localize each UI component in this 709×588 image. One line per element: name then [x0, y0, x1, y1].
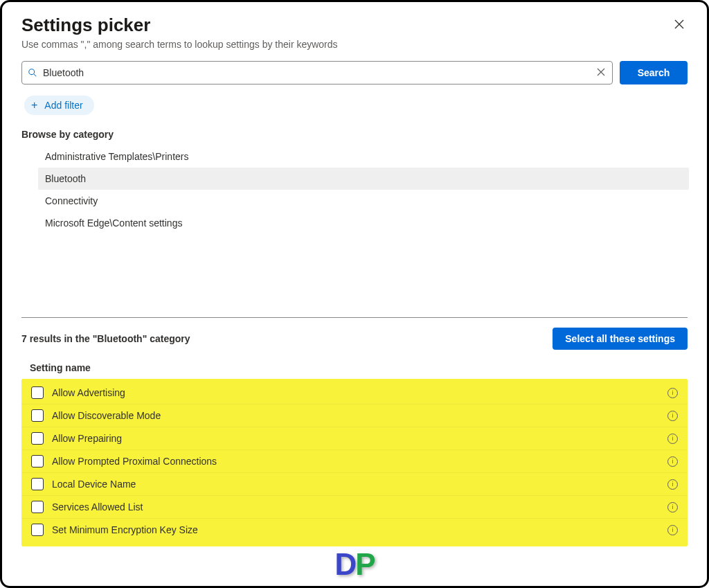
- search-button[interactable]: Search: [620, 61, 688, 84]
- setting-row[interactable]: Allow Prepairingi: [21, 427, 688, 449]
- setting-label: Allow Advertising: [52, 387, 667, 398]
- svg-line-1: [34, 74, 37, 77]
- setting-row[interactable]: Set Minimum Encryption Key Sizei: [21, 518, 688, 541]
- setting-row[interactable]: Allow Advertisingi: [21, 382, 688, 404]
- page-subtitle: Use commas "," among search terms to loo…: [21, 39, 338, 50]
- setting-checkbox[interactable]: [31, 524, 44, 536]
- setting-label: Local Device Name: [52, 479, 667, 490]
- info-icon[interactable]: i: [667, 456, 678, 467]
- info-icon[interactable]: i: [667, 479, 678, 490]
- clear-search-button[interactable]: [595, 67, 607, 78]
- info-icon[interactable]: i: [667, 502, 678, 513]
- setting-label: Allow Prepairing: [52, 433, 667, 444]
- search-box[interactable]: [21, 61, 613, 84]
- setting-checkbox[interactable]: [31, 432, 44, 445]
- select-all-button[interactable]: Select all these settings: [553, 328, 688, 350]
- category-item[interactable]: Administrative Templates\Printers: [38, 145, 689, 168]
- category-item[interactable]: Bluetooth: [38, 168, 689, 190]
- search-input[interactable]: [37, 67, 595, 78]
- close-button[interactable]: [674, 15, 688, 33]
- page-title: Settings picker: [21, 15, 338, 36]
- add-filter-label: Add filter: [44, 100, 82, 111]
- setting-checkbox[interactable]: [31, 386, 44, 399]
- results-summary: 7 results in the "Bluetooth" category: [21, 333, 190, 344]
- setting-label: Set Minimum Encryption Key Size: [52, 524, 667, 535]
- setting-checkbox[interactable]: [31, 455, 44, 467]
- category-item[interactable]: Connectivity: [38, 190, 689, 212]
- setting-label: Services Allowed List: [52, 501, 667, 513]
- column-header-setting-name: Setting name: [21, 359, 688, 379]
- category-list: Administrative Templates\PrintersBluetoo…: [38, 145, 689, 234]
- info-icon[interactable]: i: [667, 388, 678, 398]
- setting-checkbox[interactable]: [31, 478, 44, 490]
- info-icon[interactable]: i: [667, 525, 678, 535]
- setting-label: Allow Prompted Proximal Connections: [52, 456, 667, 467]
- add-filter-button[interactable]: + Add filter: [24, 96, 94, 115]
- info-icon[interactable]: i: [667, 411, 678, 421]
- settings-list: Allow AdvertisingiAllow Discoverable Mod…: [21, 379, 688, 546]
- setting-row[interactable]: Allow Discoverable Modei: [21, 404, 688, 427]
- setting-row[interactable]: Services Allowed Listi: [21, 495, 688, 518]
- category-item[interactable]: Microsoft Edge\Content settings: [38, 212, 689, 234]
- watermark: DP: [334, 547, 374, 582]
- svg-point-0: [29, 69, 35, 75]
- plus-icon: +: [31, 100, 37, 111]
- browse-by-category-label: Browse by category: [21, 129, 688, 140]
- setting-row[interactable]: Local Device Namei: [21, 472, 688, 495]
- info-icon[interactable]: i: [667, 434, 678, 444]
- setting-row[interactable]: Allow Prompted Proximal Connectionsi: [21, 449, 688, 472]
- section-divider: [21, 317, 688, 318]
- setting-label: Allow Discoverable Mode: [52, 410, 667, 421]
- search-icon: [28, 68, 37, 78]
- setting-checkbox[interactable]: [31, 501, 44, 513]
- setting-checkbox[interactable]: [31, 409, 44, 422]
